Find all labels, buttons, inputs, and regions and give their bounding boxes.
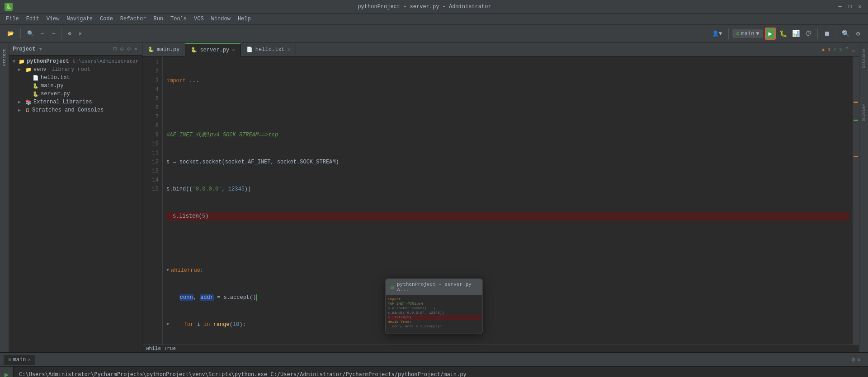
- run-tab-icon: ⚙: [8, 357, 11, 363]
- tab-close-hello[interactable]: ✕: [288, 47, 291, 52]
- scview-tab[interactable]: SciView: [861, 101, 867, 125]
- tree-arrow-venv: ▶: [18, 67, 24, 72]
- code-editor[interactable]: 1 2 3 4 5 6 7 8 9 10 11 12 13 14 15 impo…: [142, 56, 859, 344]
- toolbar-separator-3: [728, 28, 729, 39]
- editor-area: 🐍 main.py 🐍 server.py ✕ 📄 hello.txt ✕ ▲ …: [142, 43, 859, 352]
- code-line-6: s.listen(5): [166, 212, 849, 221]
- tree-item-scratches[interactable]: ▶ 🗒 Scratches and Consoles: [9, 106, 142, 114]
- close-all-button[interactable]: ✕: [76, 29, 85, 38]
- titlebar-title: pythonProject - server.py - Administrato…: [358, 4, 491, 10]
- tree-label-scratches: Scratches and Consoles: [32, 107, 104, 113]
- run-config-icon: ⚙: [736, 30, 739, 37]
- account-button[interactable]: 👤▼: [709, 29, 725, 38]
- fold-arrow-10[interactable]: ▼: [166, 320, 169, 329]
- run-config-dropdown[interactable]: ⚙ main ▼: [732, 29, 763, 38]
- run-tab-label: main: [13, 357, 26, 363]
- file-icon-hello: 📄: [33, 75, 39, 81]
- settings-button[interactable]: ⚙: [65, 29, 74, 38]
- file-icon-main: 🐍: [33, 83, 39, 89]
- run-button[interactable]: ▶: [765, 28, 776, 40]
- coverage-button[interactable]: 📊: [790, 28, 801, 39]
- bottom-panel: ⚙ main ✕ ⚙ ✕ ▶ ↑ ↓ ⏎ 💾 🗑 C:\Users\Admini…: [0, 352, 868, 377]
- tree-root-path: C:\Users\Administrator: [73, 59, 138, 64]
- tree-item-venv[interactable]: ▶ 📁 venv library root: [9, 65, 142, 74]
- run-panel-settings[interactable]: ⚙: [851, 356, 855, 363]
- titlebar: 🐍 pythonProject - server.py - Administra…: [0, 0, 868, 14]
- ext-libs-icon: 📚: [25, 99, 32, 105]
- left-side-tabs: Project: [0, 43, 9, 352]
- expand-icon[interactable]: ⌃: [845, 46, 849, 53]
- run-tab-main[interactable]: ⚙ main ✕: [4, 355, 35, 365]
- run-restart-button[interactable]: ▶: [3, 369, 11, 377]
- tab-close-server[interactable]: ✕: [232, 47, 235, 53]
- line-numbers: 1 2 3 4 5 6 7 8 9 10 11 12 13 14 15: [142, 56, 163, 344]
- menu-file[interactable]: File: [2, 15, 23, 23]
- project-dropdown[interactable]: ▼: [39, 47, 42, 52]
- menu-navigate[interactable]: Navigate: [63, 15, 96, 23]
- debug-button[interactable]: 🐛: [778, 28, 788, 39]
- menu-refactor[interactable]: Refactor: [117, 15, 150, 23]
- tree-item-main[interactable]: ▶ 🐍 main.py: [9, 82, 142, 90]
- locate-icon[interactable]: ◎: [119, 45, 124, 53]
- close-button[interactable]: ✕: [856, 3, 863, 10]
- gutter-mark-ok: [854, 120, 858, 121]
- hide-icon[interactable]: ✕: [133, 45, 138, 53]
- database-tab[interactable]: Database: [861, 45, 867, 72]
- find-button[interactable]: 🔍: [840, 28, 851, 39]
- run-tab-close[interactable]: ✕: [28, 357, 31, 363]
- stop-button[interactable]: ⏹: [821, 28, 832, 39]
- fold-arrow-8[interactable]: ▼: [166, 266, 169, 275]
- menu-tools[interactable]: Tools: [167, 15, 190, 23]
- right-gutter: [853, 56, 859, 344]
- profile-button[interactable]: ⏱: [803, 28, 814, 39]
- menu-run[interactable]: Run: [150, 15, 167, 23]
- preview-popup-label: pythonProject – server.py A...: [397, 282, 478, 293]
- run-config-chevron: ▼: [756, 31, 759, 37]
- minimize-button[interactable]: ─: [836, 3, 844, 10]
- run-tabs: ⚙ main ✕ ⚙ ✕: [0, 353, 868, 367]
- search-everywhere-button[interactable]: 🔍: [24, 29, 37, 38]
- tab-icon-server: 🐍: [191, 47, 197, 53]
- tree-item-ext-libs[interactable]: ▶ 📚 External Libraries: [9, 98, 142, 106]
- menu-edit[interactable]: Edit: [23, 15, 43, 23]
- tab-main-py[interactable]: 🐍 main.py: [142, 43, 185, 56]
- maximize-button[interactable]: □: [846, 3, 854, 10]
- menu-code[interactable]: Code: [96, 15, 117, 23]
- navigate-back-button[interactable]: ←: [38, 29, 47, 38]
- navigate-forward-button[interactable]: →: [49, 29, 57, 38]
- ok-indicator: ✓ 1: [833, 47, 842, 52]
- settings-icon[interactable]: ⚙: [127, 45, 132, 53]
- tree-item-root[interactable]: ▼ 📁 pythonProject C:\Users\Administrator: [9, 57, 142, 65]
- tab-label-hello: hello.txt: [255, 47, 285, 53]
- open-folder-button[interactable]: 📂: [5, 29, 17, 38]
- toolbar-separator-5: [836, 28, 836, 39]
- tree-label-venv: venv: [33, 66, 47, 73]
- code-content[interactable]: import ... #AF_INET 代表ipv4 SOCK_STREAM==…: [163, 56, 853, 344]
- code-line-10: ▼ for i in range(10):: [166, 320, 849, 329]
- warning-indicator: ▲ 1: [821, 47, 830, 52]
- settings-gear-button[interactable]: ⚙: [853, 28, 863, 39]
- preview-popup[interactable]: ⚙ pythonProject – server.py A... import …: [386, 279, 483, 334]
- tree-label-server: server.py: [41, 91, 70, 97]
- menu-help[interactable]: Help: [234, 15, 255, 23]
- project-tab[interactable]: Project: [1, 45, 8, 70]
- gutter-mark-warning: [854, 102, 858, 103]
- run-command: C:\Users\Administrator\PycharmProjects\p…: [19, 370, 863, 377]
- menu-view[interactable]: View: [43, 15, 63, 23]
- collapse-all-icon[interactable]: ⊟: [113, 45, 118, 53]
- breadcrumb-text: while True: [146, 346, 176, 351]
- code-line-4: s = socket.socket(socket.AF_INET, socket…: [166, 158, 849, 167]
- tab-server-py[interactable]: 🐍 server.py ✕: [185, 43, 241, 56]
- tab-label-server: server.py: [200, 47, 229, 53]
- tab-icon-hello: 📄: [246, 47, 253, 52]
- menu-window[interactable]: Window: [208, 15, 234, 23]
- menu-vcs[interactable]: VCS: [190, 15, 208, 23]
- collapse-icon[interactable]: ⌄: [852, 46, 855, 53]
- tree-item-hello[interactable]: ▶ 📄 hello.txt: [9, 74, 142, 82]
- tree-label-venv-sub: library root: [48, 66, 91, 73]
- project-panel-header: Project ▼ ⊟ ◎ ⚙ ✕: [9, 43, 142, 56]
- tab-hello-txt[interactable]: 📄 hello.txt ✕: [241, 43, 296, 56]
- run-panel-close[interactable]: ✕: [857, 356, 861, 363]
- tree-item-server[interactable]: ▶ 🐍 server.py: [9, 90, 142, 98]
- breadcrumb: while True: [142, 344, 859, 352]
